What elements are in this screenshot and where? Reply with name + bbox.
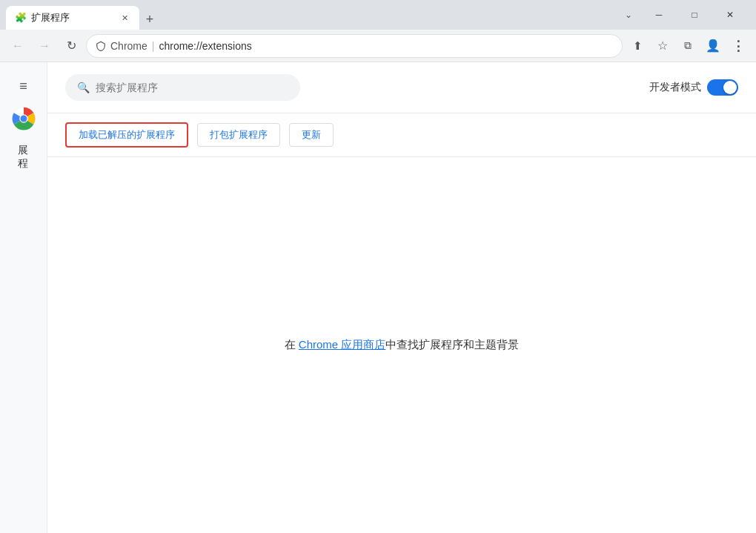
tab-area: 🧩 扩展程序 ✕ + [6, 0, 615, 30]
search-icon: 🔍 [77, 82, 90, 93]
chrome-logo [12, 107, 36, 130]
update-button[interactable]: 更新 [289, 123, 334, 147]
tab-chevron-button[interactable]: ⌄ [618, 4, 639, 25]
more-icon: ⋮ [732, 38, 745, 54]
tab-search-button[interactable]: ⧉ [676, 34, 700, 58]
security-icon [96, 41, 106, 51]
profile-button[interactable]: 👤 [701, 34, 725, 58]
toolbar: 🔍 开发者模式 [47, 62, 756, 113]
maximize-button[interactable]: □ [677, 3, 712, 27]
address-chrome-label: Chrome [110, 40, 147, 52]
tab-label: 扩展程序 [31, 11, 114, 24]
search-bar[interactable]: 🔍 [65, 74, 300, 101]
reload-icon: ↻ [67, 39, 76, 53]
share-button[interactable]: ⬆ [626, 34, 649, 58]
menu-button[interactable]: ⋮ [726, 34, 750, 58]
empty-state: 在 Chrome 应用商店中查找扩展程序和主题背景 [47, 157, 756, 533]
title-bar: 🧩 扩展程序 ✕ + ⌄ ─ □ ✕ [0, 0, 756, 30]
nav-bar: ← → ↻ Chrome | chrome://extensions ⬆ ☆ ⧉… [0, 30, 756, 62]
developer-mode-toggle[interactable] [707, 79, 738, 96]
address-bar[interactable]: Chrome | chrome://extensions [86, 34, 623, 58]
tab-close-button[interactable]: ✕ [119, 12, 130, 24]
sidebar-title: 展 程 [16, 136, 30, 153]
back-button[interactable]: ← [6, 34, 30, 58]
profile-icon: 👤 [706, 39, 720, 53]
nav-actions: ⬆ ☆ ⧉ 👤 ⋮ [626, 34, 750, 58]
address-url: chrome://extensions [159, 40, 251, 52]
sidebar-menu-button[interactable]: ≡ [9, 71, 39, 101]
reload-button[interactable]: ↻ [59, 34, 83, 58]
minimize-button[interactable]: ─ [642, 3, 676, 27]
close-button[interactable]: ✕ [713, 3, 747, 27]
load-unpacked-button[interactable]: 加载已解压的扩展程序 [65, 122, 188, 148]
dev-mode-label: 开发者模式 [649, 81, 701, 94]
active-tab[interactable]: 🧩 扩展程序 ✕ [6, 6, 139, 30]
tab-search-icon: ⧉ [684, 39, 692, 52]
pack-extension-button[interactable]: 打包扩展程序 [197, 123, 280, 147]
forward-button[interactable]: → [33, 34, 56, 58]
forward-icon: → [39, 39, 50, 53]
sidebar: ≡ 展 程 [0, 62, 47, 533]
share-icon: ⬆ [633, 39, 643, 53]
bookmark-button[interactable]: ☆ [651, 34, 674, 58]
action-buttons: 加载已解压的扩展程序 打包扩展程序 更新 [47, 113, 756, 157]
hamburger-icon: ≡ [19, 79, 27, 94]
empty-prefix: 在 [285, 338, 299, 351]
main-content: 🔍 开发者模式 加载已解压的扩展程序 打包扩展程序 更新 在 Chrome 应用… [47, 62, 756, 533]
new-tab-button[interactable]: + [139, 9, 160, 30]
back-icon: ← [12, 39, 24, 53]
svg-point-2 [20, 116, 27, 122]
empty-suffix: 中查找扩展程序和主题背景 [385, 338, 519, 351]
search-input[interactable] [96, 82, 288, 93]
address-separator: | [152, 40, 155, 52]
chrome-store-link[interactable]: Chrome 应用商店 [299, 338, 386, 351]
empty-state-text: 在 Chrome 应用商店中查找扩展程序和主题背景 [285, 338, 520, 352]
bookmark-icon: ☆ [657, 39, 668, 53]
app-body: ≡ 展 程 🔍 [0, 62, 756, 533]
dev-mode-area: 开发者模式 [649, 79, 738, 96]
extension-tab-icon: 🧩 [15, 12, 27, 24]
chevron-down-icon: ⌄ [625, 10, 632, 20]
window-controls: ─ □ ✕ [642, 3, 750, 27]
